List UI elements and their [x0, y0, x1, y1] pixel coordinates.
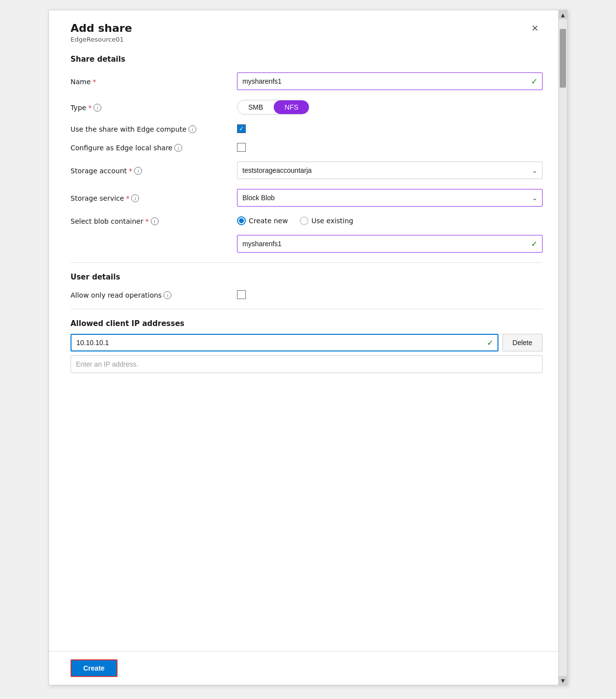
storage-account-select-wrapper: teststorageaccountarja ⌄: [237, 162, 543, 179]
ip-row-existing: ✓ Delete: [71, 334, 543, 351]
container-name-spacer: [71, 243, 237, 244]
edge-compute-checkbox[interactable]: ✓: [237, 124, 246, 133]
name-label: Name *: [71, 77, 237, 86]
storage-account-info-icon[interactable]: i: [134, 167, 142, 175]
user-details-divider: [71, 262, 543, 263]
header-text: Add share EdgeResource01: [71, 22, 132, 43]
type-required: *: [88, 104, 92, 112]
storage-account-required: *: [129, 167, 132, 175]
type-label: Type * i: [71, 103, 237, 112]
storage-service-select-wrapper: Block Blob ⌄: [237, 189, 543, 207]
storage-service-info-icon[interactable]: i: [131, 194, 139, 202]
radio-create-new[interactable]: Create new: [237, 216, 288, 225]
allow-read-field-control: [237, 290, 543, 299]
allow-read-label: Allow only read operations i: [71, 290, 237, 299]
type-info-icon[interactable]: i: [94, 104, 101, 112]
ip-input-2[interactable]: [71, 355, 543, 373]
container-name-valid-icon: ✓: [531, 239, 538, 249]
edge-compute-info-icon[interactable]: i: [189, 125, 196, 133]
panel-title: Add share: [71, 22, 132, 35]
container-name-wrapper: ✓: [237, 235, 543, 253]
ip-input-wrapper-2: [71, 355, 543, 373]
edge-compute-row: Use the share with Edge compute i ✓: [71, 124, 543, 133]
scroll-thumb[interactable]: [560, 29, 566, 88]
scroll-up-button[interactable]: ▲: [559, 10, 568, 19]
name-field-row: Name * ✓: [71, 72, 543, 90]
name-input[interactable]: [237, 72, 543, 90]
ip-valid-icon-1: ✓: [487, 338, 493, 348]
storage-service-required: *: [126, 194, 129, 202]
edge-compute-field-control: ✓: [237, 124, 543, 133]
panel-content: Add share EdgeResource01 ✕ Share details…: [49, 10, 558, 651]
blob-container-field-control: Create new Use existing: [237, 216, 543, 225]
allowed-ip-title: Allowed client IP addresses: [71, 319, 543, 328]
storage-account-label: Storage account * i: [71, 166, 237, 175]
blob-container-label: Select blob container * i: [71, 216, 237, 225]
container-name-input[interactable]: [237, 235, 543, 253]
edge-local-checkbox-wrapper: [237, 143, 543, 152]
name-valid-icon: ✓: [531, 77, 538, 86]
radio-create-new-inner: [239, 218, 244, 223]
storage-service-label: Storage service * i: [71, 193, 237, 202]
type-field-row: Type * i SMB NFS: [71, 100, 543, 115]
name-input-wrapper: ✓: [237, 72, 543, 90]
ip-input-wrapper-1: ✓: [71, 334, 498, 351]
edge-local-label: Configure as Edge local share i: [71, 143, 237, 152]
edge-local-info-icon[interactable]: i: [174, 144, 182, 152]
type-nfs-button[interactable]: NFS: [274, 100, 309, 114]
storage-account-select[interactable]: teststorageaccountarja: [237, 162, 543, 179]
edge-compute-label: Use the share with Edge compute i: [71, 124, 237, 133]
edge-compute-checkbox-wrapper: ✓: [237, 124, 543, 133]
scrollbar[interactable]: ▲ ▼: [558, 10, 567, 685]
radio-use-existing-outer: [300, 216, 308, 225]
allow-read-checkbox-wrapper: [237, 290, 543, 299]
storage-account-row: Storage account * i teststorageaccountar…: [71, 162, 543, 179]
blob-container-row: Select blob container * i Create new Use…: [71, 216, 543, 225]
blob-container-radio-group: Create new Use existing: [237, 216, 543, 225]
type-toggle-group: SMB NFS: [237, 100, 309, 115]
allowed-ip-section: Allowed client IP addresses ✓ Delete: [71, 319, 543, 373]
user-details-section-label: User details: [71, 273, 543, 281]
type-smb-button[interactable]: SMB: [237, 100, 274, 114]
create-button[interactable]: Create: [71, 659, 118, 677]
storage-service-select[interactable]: Block Blob: [237, 189, 543, 207]
storage-account-field-control: teststorageaccountarja ⌄: [237, 162, 543, 179]
type-field-control: SMB NFS: [237, 100, 543, 115]
blob-container-info-icon[interactable]: i: [151, 217, 159, 225]
delete-button-1[interactable]: Delete: [502, 334, 543, 351]
add-share-panel: ▲ ▼ Add share EdgeResource01 ✕ Share det…: [48, 10, 568, 685]
panel-subtitle: EdgeResource01: [71, 36, 132, 43]
ip-section-divider: [71, 309, 543, 309]
edge-local-checkbox[interactable]: [237, 143, 246, 152]
share-details-section-label: Share details: [71, 55, 543, 64]
edge-local-field-control: [237, 143, 543, 152]
container-name-control: ✓: [237, 235, 543, 253]
close-button[interactable]: ✕: [527, 22, 543, 35]
name-required: *: [93, 78, 96, 86]
ip-input-1[interactable]: [71, 334, 498, 351]
blob-container-required: *: [145, 217, 149, 225]
radio-create-new-outer: [237, 216, 246, 225]
scroll-track: [559, 19, 567, 676]
radio-use-existing[interactable]: Use existing: [300, 216, 354, 225]
storage-service-row: Storage service * i Block Blob ⌄: [71, 189, 543, 207]
container-name-row: ✓: [71, 235, 543, 253]
panel-header: Add share EdgeResource01 ✕: [71, 22, 543, 43]
allow-read-info-icon[interactable]: i: [164, 291, 171, 299]
name-field-control: ✓: [237, 72, 543, 90]
allow-read-checkbox[interactable]: [237, 290, 246, 299]
allow-read-row: Allow only read operations i: [71, 290, 543, 299]
scroll-down-button[interactable]: ▼: [559, 676, 568, 685]
ip-row-new: [71, 355, 543, 373]
edge-local-row: Configure as Edge local share i: [71, 143, 543, 152]
panel-footer: Create: [49, 651, 558, 685]
storage-service-field-control: Block Blob ⌄: [237, 189, 543, 207]
